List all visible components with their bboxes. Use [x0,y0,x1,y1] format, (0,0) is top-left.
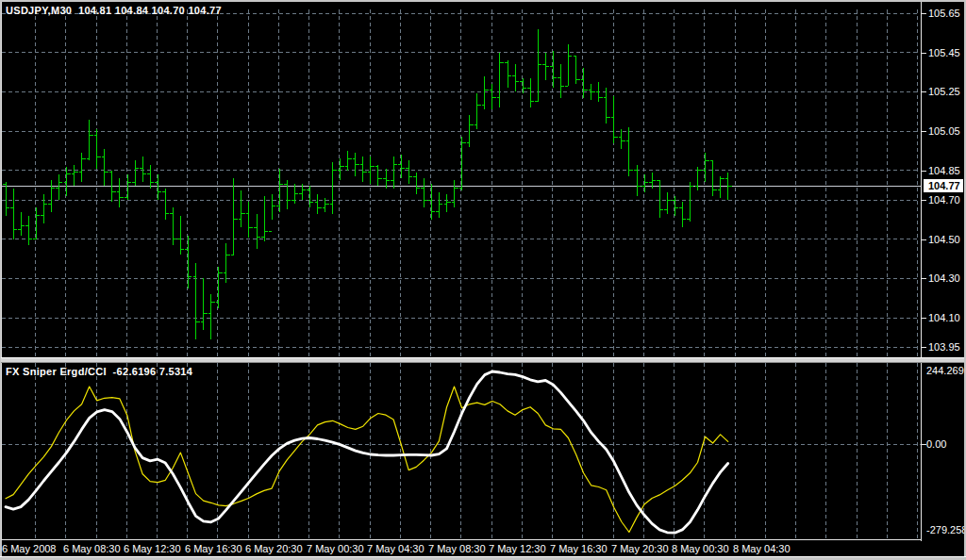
symbol-period-label: USDJPY,M30 [6,5,72,16]
window-border-top [0,0,966,2]
price-tick-mark [922,347,926,348]
panel-splitter[interactable] [0,357,966,363]
time-scale-axis[interactable]: 6 May 20086 May 08:306 May 12:306 May 16… [2,541,964,556]
indicator-tick-mark [922,444,926,445]
indicator-title: FX Sniper Ergd/CCI -62.6196 7.5314 [6,366,192,377]
time-tick-label: 7 May 16:30 [550,543,608,554]
window-border-left [0,0,1,560]
price-tick-mark [922,131,926,132]
time-tick-label: 8 May 00:30 [672,543,729,554]
time-tick-label: 6 May 16:30 [185,543,242,554]
price-tick-label: 104.70 [928,194,960,206]
indicator-bottom-border [2,539,922,540]
price-tick-mark [922,171,926,172]
price-tick-label: 103.95 [928,341,960,353]
time-tick-label: 7 May 00:30 [307,543,364,554]
price-tick-mark [922,239,926,240]
time-tick-label: 7 May 04:30 [367,543,425,554]
time-tick-label: 8 May 04:30 [733,543,791,554]
price-scale-axis[interactable]: 105.65105.45105.25105.05104.85104.70104.… [922,2,964,542]
price-tick-label: 105.05 [928,125,960,137]
cci-line [6,387,728,533]
indicator-tick-label: -279.258 [926,524,966,535]
time-tick-label: 7 May 08:30 [428,543,486,554]
price-tick-label: 104.10 [928,312,960,323]
indicator-subwindow-canvas[interactable] [2,363,921,539]
indicator-title-spacer [107,366,113,377]
indicator-name-label: FX Sniper Ergd/CCI [6,366,107,377]
time-tick-label: 7 May 12:30 [489,543,546,554]
price-tick-mark [922,278,926,279]
price-tick-label: 104.30 [928,272,960,284]
time-tick-label: 7 May 20:30 [611,543,669,554]
chart-left-border [1,2,2,540]
main-price-chart-canvas[interactable] [2,2,921,357]
price-tick-mark [922,200,926,201]
indicator-values-label: -62.6196 7.5314 [113,366,193,377]
ohlc-values-label: 104.81 104.84 104.70 104.77 [78,5,222,16]
price-tick-label: 105.65 [928,8,960,19]
indicator-tick-label: 0.00 [926,438,946,450]
time-tick-label: 6 May 08:30 [63,543,121,554]
time-tick-label: 6 May 12:30 [124,543,181,554]
price-tick-label: 104.85 [928,165,960,176]
price-tick-mark [922,13,926,14]
title-spacer [72,5,78,16]
current-price-badge: 104.77 [924,179,963,192]
price-tick-label: 105.25 [928,86,960,97]
chart-title: USDJPY,M30 104.81 104.84 104.70 104.77 [6,5,222,16]
price-tick-mark [922,318,926,319]
time-tick-label: 6 May 20:30 [245,543,303,554]
time-tick-label: 6 May 2008 [2,543,56,554]
price-tick-label: 105.45 [928,47,960,58]
indicator-tick-label: 244.269 [926,365,964,376]
price-tick-mark [922,91,926,92]
ohlc-bars-series [3,29,732,339]
price-tick-mark [922,53,926,54]
price-tick-label: 104.50 [928,234,960,245]
window-border-bottom [0,556,966,560]
ergodic-line [6,371,728,533]
